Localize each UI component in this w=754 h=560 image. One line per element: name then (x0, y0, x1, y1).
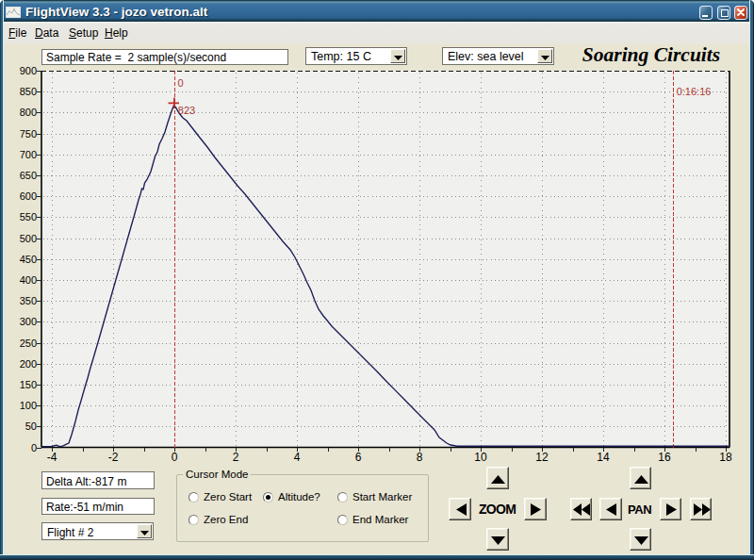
svg-text:350: 350 (20, 295, 37, 306)
svg-text:8: 8 (417, 451, 423, 464)
svg-text:2: 2 (233, 451, 239, 464)
svg-text:750: 750 (20, 128, 37, 140)
svg-text:600: 600 (20, 190, 37, 202)
svg-text:850: 850 (20, 86, 37, 97)
svg-text:900: 900 (20, 65, 37, 76)
svg-text:-2: -2 (108, 451, 119, 464)
svg-text:14: 14 (597, 451, 610, 464)
svg-text:18: 18 (719, 451, 732, 464)
svg-text:650: 650 (20, 170, 37, 181)
svg-text:800: 800 (20, 107, 37, 118)
svg-text:450: 450 (20, 254, 37, 265)
svg-text:50: 50 (25, 420, 37, 432)
svg-text:4: 4 (294, 451, 301, 464)
svg-text:100: 100 (20, 400, 37, 411)
svg-text:200: 200 (20, 358, 37, 370)
svg-text:0: 0 (172, 451, 178, 464)
svg-text:400: 400 (20, 274, 37, 286)
svg-text:823: 823 (178, 105, 195, 116)
svg-text:0: 0 (31, 442, 37, 453)
svg-text:0: 0 (178, 77, 184, 89)
svg-text:16: 16 (658, 451, 671, 464)
svg-text:10: 10 (474, 451, 487, 464)
svg-text:0:16:16: 0:16:16 (677, 86, 712, 97)
svg-text:550: 550 (20, 211, 37, 222)
svg-text:12: 12 (535, 451, 549, 464)
svg-text:700: 700 (20, 149, 37, 160)
svg-text:500: 500 (20, 233, 37, 244)
svg-text:250: 250 (20, 338, 37, 349)
svg-text:6: 6 (355, 451, 362, 464)
svg-text:-4: -4 (47, 451, 57, 464)
svg-text:150: 150 (20, 379, 37, 390)
svg-text:300: 300 (20, 316, 37, 327)
